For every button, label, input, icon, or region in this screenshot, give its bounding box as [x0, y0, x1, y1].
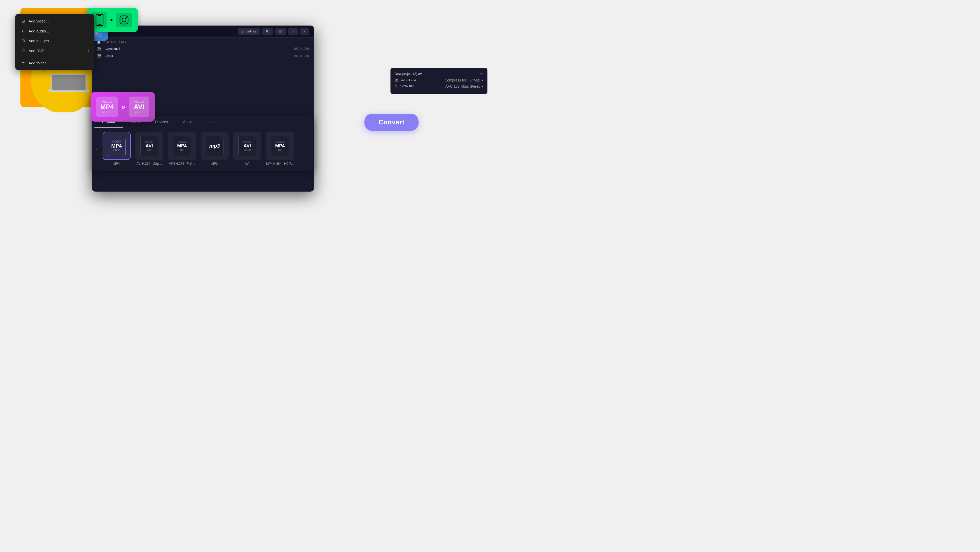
compress-label: Compress file (~7 MB) — [445, 78, 480, 82]
menu-item-add-video[interactable]: ⊞ Add video... — [15, 16, 94, 26]
settings-label: Settings — [245, 30, 256, 33]
tab-devices-label: Devices — [155, 120, 168, 124]
menu-label-add-folder: Add folder... — [29, 61, 49, 65]
sdcard-avi-vbr: VIDEO AVI VBR — [140, 136, 158, 156]
sdcard-mp3: mp3 — [206, 136, 224, 156]
iphone-arrow-icon: > — [110, 17, 113, 23]
file-info-panel: New project (2).avi ✏ 🎬 avi · H.264 Comp… — [390, 68, 487, 94]
to-format-box: VIDEO AVI VIDEO — [129, 97, 149, 117]
edit-icon[interactable]: ✏ — [480, 72, 483, 76]
sdcard-avi: VIDEO AVI VIDEO — [239, 136, 256, 156]
context-menu: ⊞ Add video... ♫ Add audio... ⊞ Add imag… — [15, 14, 94, 70]
file-name-1: ...oject.mp4 — [104, 47, 290, 51]
format-items-row: ‹ VIDEO MP4 VIDEO MP4 VIDEO AVI VBR A — [92, 128, 314, 166]
instagram-icon-box — [116, 13, 132, 27]
svg-point-21 — [126, 17, 127, 18]
dvd-icon: ⊙ — [21, 48, 25, 53]
search-button[interactable]: 🔍 — [262, 28, 273, 35]
settings-icon: ☰ — [241, 30, 244, 33]
format-box-mp4-hd7: VIDEO MP4 HD — [266, 132, 294, 160]
format-item-avi-vbr[interactable]: VIDEO AVI VBR AVI H.264 - Origi... — [134, 132, 165, 166]
menu-label-add-audio: Add audio... — [29, 29, 49, 33]
svg-rect-17 — [98, 15, 101, 16]
svg-rect-16 — [96, 14, 103, 26]
menu-label-add-images: Add images... — [29, 38, 52, 43]
file-row-2: 🎬 ...mp4 1920×1080 — [92, 53, 314, 59]
sdcard-mp4: VIDEO MP4 VIDEO — [108, 136, 126, 156]
from-sub-label: VIDEO — [103, 111, 112, 113]
file-type-icon-2: 🎬 — [97, 54, 101, 58]
settings-button[interactable]: ☰ Settings — [238, 28, 260, 35]
dropdown-chevron-icon: ▾ — [481, 78, 483, 82]
format-item-mp4-hd[interactable]: VIDEO MP4 HD MP4 H.264 - Full ... — [167, 132, 197, 166]
file-res-2: 1920×1080 — [293, 54, 309, 58]
menu-item-add-folder[interactable]: ⊏ Add folder... — [15, 58, 94, 68]
resolution-row: ⊡ 1920×1080 AAC 187 Kbps Stereo ▾ — [395, 84, 483, 88]
format-item-avi[interactable]: VIDEO AVI VIDEO AVI — [232, 132, 262, 166]
format-item-mp4[interactable]: VIDEO MP4 VIDEO MP4 — [101, 132, 132, 166]
avi-type-label: VIDEO — [243, 140, 251, 143]
video-icon: ⊞ — [21, 19, 25, 24]
iphone-icon-box — [92, 12, 107, 28]
resolution-icon: ⊡ — [395, 85, 397, 88]
mp4-type-label: VIDEO — [112, 140, 121, 143]
prev-format-button[interactable]: ‹ — [94, 146, 99, 152]
folder-icon: ⊏ — [21, 61, 25, 65]
avi-vbr-name: AVI — [145, 143, 153, 149]
to-format-name: AVI — [134, 103, 144, 111]
tab-audio-label: Audio — [183, 120, 192, 124]
tab-images[interactable]: Images — [200, 116, 227, 128]
menu-item-add-images[interactable]: ⊞ Add images... — [15, 36, 94, 46]
to-sub-label: VIDEO — [135, 111, 144, 113]
resolution-value: 1920×1080 — [400, 85, 415, 88]
file-res-1: 1920×1080 — [293, 47, 309, 51]
file-name-2: ...mp4 — [104, 54, 290, 58]
tab-audio[interactable]: Audio — [175, 116, 200, 128]
mp3-label-bottom: MP3 — [211, 162, 218, 166]
mp4-hd7-sub: HD — [278, 149, 282, 151]
format-box-mp4-hd: VIDEO MP4 HD — [168, 132, 196, 160]
cart-button[interactable]: 🛒 — [275, 28, 286, 35]
mp4-hd-name: MP4 — [177, 143, 186, 149]
menu-divider — [15, 57, 94, 57]
svg-point-20 — [122, 18, 126, 22]
mp4-name: MP4 — [111, 143, 122, 149]
tab-images-label: Images — [207, 120, 219, 124]
file-info-title-row: New project (2).avi ✏ — [395, 72, 483, 76]
mp4-hd-label: MP4 H.264 - Full ... — [169, 162, 195, 166]
mp3-format-name: mp3 — [209, 143, 220, 149]
avi-sub: VIDEO — [244, 149, 251, 151]
avi-vbr-label: AVI H.264 - Origi... — [137, 162, 162, 166]
cart-icon: 🛒 — [279, 30, 283, 33]
format-box-avi-vbr: VIDEO AVI VBR — [135, 132, 163, 160]
mp4-hd7-name: MP4 — [275, 143, 285, 149]
audio-chevron-icon: ▾ — [481, 84, 483, 88]
codec-icon: 🎬 — [395, 78, 399, 82]
svg-rect-5 — [52, 75, 86, 90]
format-box-mp4: VIDEO MP4 VIDEO — [103, 132, 130, 160]
output-filename: New project (2).avi — [395, 72, 422, 76]
format-panel: Popular Video Devices Audio Images ‹ VID… — [92, 116, 314, 171]
mp4-sub: VIDEO — [113, 149, 120, 152]
convert-button[interactable]: Convert — [364, 114, 418, 131]
avi-vbr-sub: VBR — [147, 149, 151, 151]
mp4-hd7-label: MP4 H.264 - HD 7... — [266, 162, 294, 166]
help-icon: ? — [304, 30, 305, 33]
conversion-arrow-icon: » — [121, 103, 125, 111]
total-size-bar: 📄 Total size: ~7 MB — [92, 38, 314, 45]
avi-label: AVI — [245, 162, 249, 166]
menu-item-add-audio[interactable]: ♫ Add audio... — [15, 26, 94, 36]
share-button[interactable]: ↗ — [288, 28, 298, 35]
format-item-mp4-hd7[interactable]: VIDEO MP4 HD MP4 H.264 - HD 7... — [265, 132, 295, 166]
from-format-box: VIDEO MP4 VIDEO — [96, 97, 118, 117]
avi-name: AVI — [243, 143, 251, 149]
menu-item-add-dvd[interactable]: ⊙ Add DVD › — [15, 46, 94, 56]
compress-dropdown[interactable]: Compress file (~7 MB) ▾ — [445, 78, 483, 82]
help-button[interactable]: ? — [300, 28, 309, 35]
format-item-mp3[interactable]: mp3 MP3 — [199, 132, 230, 166]
submenu-arrow-icon: › — [88, 48, 89, 53]
audio-icon: ♫ — [21, 29, 25, 33]
svg-rect-18 — [99, 24, 100, 25]
audio-label: AAC 187 Kbps Stereo — [445, 84, 480, 88]
audio-dropdown[interactable]: AAC 187 Kbps Stereo ▾ — [445, 84, 483, 88]
